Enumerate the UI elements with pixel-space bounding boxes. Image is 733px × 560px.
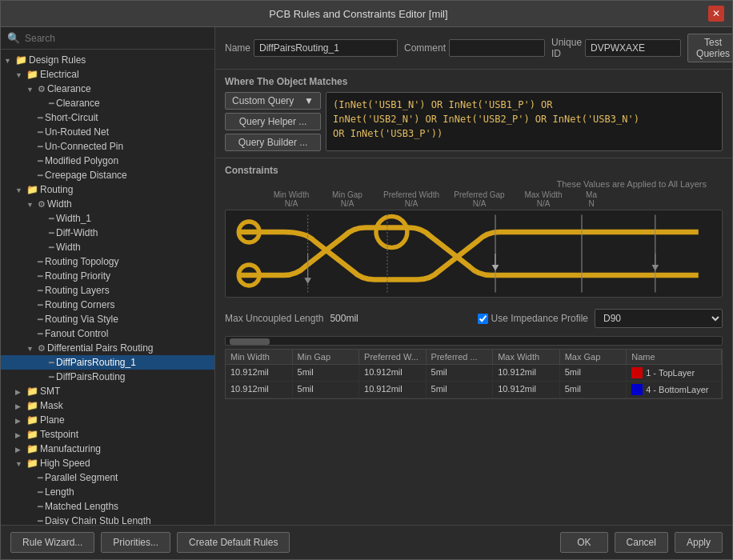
diff-pair-diagram bbox=[225, 210, 723, 298]
tree-item-routing-topology[interactable]: ━ Routing Topology bbox=[1, 254, 214, 269]
uncoupled-impedance-row: Max Uncoupled Length 500mil Use Impedanc… bbox=[225, 304, 723, 333]
search-bar: 🔍 bbox=[1, 27, 214, 50]
horizontal-scrollbar[interactable] bbox=[225, 336, 723, 346]
tree-item-diff-pairs-routing-default[interactable]: ━ DiffPairsRouting bbox=[1, 370, 214, 384]
tree-item-routing-layers[interactable]: ━ Routing Layers bbox=[1, 283, 214, 298]
tree-item-parallel-segment[interactable]: ━ Parallel Segment bbox=[1, 470, 214, 485]
window-title: PCB Rules and Constraints Editor [mil] bbox=[9, 8, 708, 20]
tree-item-label: Clearance bbox=[47, 83, 91, 94]
tree-item-label: Testpoint bbox=[40, 429, 78, 440]
tree-item-matched-lengths[interactable]: ━ Matched Lengths bbox=[1, 499, 214, 514]
tree-item-un-routed-net[interactable]: ━ Un-Routed Net bbox=[1, 125, 214, 139]
tree-item-routing-priority[interactable]: ━ Routing Priority bbox=[1, 269, 214, 283]
tree-item-mask[interactable]: ▶ 📁 Mask bbox=[1, 398, 214, 413]
tree-item-label: Manufacturing bbox=[40, 443, 101, 454]
query-helper-button[interactable]: Query Helper ... bbox=[225, 113, 321, 130]
tree-item-label: Routing Topology bbox=[45, 256, 119, 267]
tree: ▼ 📁 Design Rules ▼ 📁 Electrical ▼ ⚙ Clea… bbox=[1, 50, 214, 525]
comment-field-group: Comment bbox=[404, 39, 545, 57]
query-left: Custom Query ▼ Query Helper ... Query Bu… bbox=[225, 92, 321, 151]
tree-item-diff-width[interactable]: ━ Diff-Width bbox=[1, 226, 214, 240]
tree-item-label: Creepage Distance bbox=[45, 170, 127, 181]
close-button[interactable]: ✕ bbox=[708, 6, 724, 22]
tree-item-routing-via-style[interactable]: ━ Routing Via Style bbox=[1, 312, 214, 326]
main-window: PCB Rules and Constraints Editor [mil] ✕… bbox=[0, 0, 733, 560]
tree-item-routing[interactable]: ▼ 📁 Routing bbox=[1, 182, 214, 197]
tree-item-length[interactable]: ━ Length bbox=[1, 485, 214, 499]
tree-item-width-1[interactable]: ━ Width_1 bbox=[1, 211, 214, 226]
tree-item-label: Mask bbox=[40, 400, 63, 411]
th-max-width: Max Width bbox=[493, 350, 560, 364]
tree-item-testpoint[interactable]: ▶ 📁 Testpoint bbox=[1, 427, 214, 442]
chevron-down-icon: ▼ bbox=[304, 95, 314, 106]
cell-max-gap: 5mil bbox=[560, 365, 627, 381]
tree-item-label: Length bbox=[45, 486, 74, 498]
tree-item-label: Width bbox=[56, 242, 81, 253]
query-builder-button[interactable]: Query Builder ... bbox=[225, 134, 321, 151]
th-min-gap: Min Gap bbox=[293, 350, 360, 364]
tree-item-smt[interactable]: ▶ 📁 SMT bbox=[1, 384, 214, 398]
tree-item-diff-pairs-routing[interactable]: ▼ ⚙ Differential Pairs Routing bbox=[1, 341, 214, 355]
tree-item-design-rules[interactable]: ▼ 📁 Design Rules bbox=[1, 53, 214, 67]
tree-item-label: Width_1 bbox=[56, 213, 91, 224]
tree-item-label: High Speed bbox=[40, 458, 90, 469]
tree-item-width-group[interactable]: ▼ ⚙ Width bbox=[1, 197, 214, 211]
tree-item-label: Routing Layers bbox=[45, 285, 110, 296]
apply-button[interactable]: Apply bbox=[675, 532, 723, 553]
test-queries-button[interactable]: Test Queries bbox=[687, 34, 732, 62]
tree-item-diff-pairs-routing-1[interactable]: ━ DiffPairsRouting_1 bbox=[1, 355, 214, 370]
cell-pref-gap: 5mil bbox=[427, 382, 494, 398]
constraints-inner: These Values are Applied to All Layers M… bbox=[225, 179, 723, 518]
th-min-width: Min Width bbox=[226, 350, 293, 364]
use-impedance-label[interactable]: Use Impedance Profile bbox=[478, 313, 588, 324]
create-default-rules-button[interactable]: Create Default Rules bbox=[177, 532, 290, 553]
query-text-area[interactable] bbox=[326, 92, 723, 151]
tree-item-label: Design Rules bbox=[29, 54, 86, 66]
tree-item-label: Daisy Chain Stub Length bbox=[45, 515, 151, 525]
tree-item-short-circuit[interactable]: ━ Short-Circuit bbox=[1, 110, 214, 125]
title-bar: PCB Rules and Constraints Editor [mil] ✕ bbox=[1, 1, 732, 27]
priorities-button[interactable]: Priorities... bbox=[101, 532, 170, 553]
table-row[interactable]: 10.912mil 5mil 10.912mil 5mil 10.912mil … bbox=[226, 382, 722, 398]
cell-max-width: 10.912mil bbox=[493, 382, 560, 398]
tree-item-un-connected-pin[interactable]: ━ Un-Connected Pin bbox=[1, 139, 214, 154]
min-gap-header: Min Gap bbox=[319, 190, 375, 199]
min-width-header: Min Width bbox=[263, 190, 319, 199]
tree-item-daisy-chain-stub-length[interactable]: ━ Daisy Chain Stub Length bbox=[1, 514, 214, 525]
where-title: Where The Object Matches bbox=[225, 76, 723, 87]
cancel-button[interactable]: Cancel bbox=[615, 532, 668, 553]
tree-item-clearance-group[interactable]: ▼ ⚙ Clearance bbox=[1, 82, 214, 96]
scrollbar-thumb bbox=[230, 338, 270, 345]
tree-item-high-speed[interactable]: ▼ 📁 High Speed bbox=[1, 456, 214, 470]
tree-item-electrical[interactable]: ▼ 📁 Electrical bbox=[1, 67, 214, 82]
rule-wizard-button[interactable]: Rule Wizard... bbox=[10, 532, 94, 553]
left-panel: 🔍 ▼ 📁 Design Rules ▼ 📁 Electrical ▼ ⚙ Cl… bbox=[1, 27, 215, 525]
tree-item-label: Routing Priority bbox=[45, 270, 110, 282]
comment-input[interactable] bbox=[449, 39, 545, 57]
tree-item-width[interactable]: ━ Width bbox=[1, 240, 214, 254]
th-max-gap: Max Gap bbox=[560, 350, 627, 364]
custom-query-dropdown[interactable]: Custom Query ▼ bbox=[225, 92, 321, 110]
tree-item-modified-polygon[interactable]: ━ Modified Polygon bbox=[1, 154, 214, 168]
tree-item-plane[interactable]: ▶ 📁 Plane bbox=[1, 413, 214, 427]
cell-min-gap: 5mil bbox=[293, 365, 360, 381]
data-table: Min Width Min Gap Preferred W... Preferr… bbox=[225, 349, 723, 518]
table-row[interactable]: 10.912mil 5mil 10.912mil 5mil 10.912mil … bbox=[226, 365, 722, 382]
tree-item-creepage-distance[interactable]: ━ Creepage Distance bbox=[1, 168, 214, 182]
tree-item-fanout-control[interactable]: ━ Fanout Control bbox=[1, 326, 214, 341]
name-input[interactable] bbox=[254, 39, 398, 57]
tree-item-label: Diff-Width bbox=[56, 227, 98, 238]
tree-item-routing-corners[interactable]: ━ Routing Corners bbox=[1, 298, 214, 312]
unique-id-input[interactable] bbox=[585, 39, 681, 57]
impedance-select[interactable]: D90 bbox=[595, 309, 723, 328]
search-input[interactable] bbox=[25, 33, 208, 44]
ok-button[interactable]: OK bbox=[560, 532, 607, 553]
name-label: Name bbox=[225, 42, 250, 54]
use-impedance-checkbox[interactable] bbox=[478, 314, 488, 324]
cell-pref-width: 10.912mil bbox=[359, 382, 427, 398]
tree-item-clearance[interactable]: ━ Clearance bbox=[1, 96, 214, 110]
rule-header: Name Comment Unique ID Test Queries bbox=[215, 27, 732, 70]
cell-max-gap: 5mil bbox=[560, 382, 627, 398]
max-label-header: Ma bbox=[575, 190, 607, 199]
tree-item-manufacturing[interactable]: ▶ 📁 Manufacturing bbox=[1, 442, 214, 456]
